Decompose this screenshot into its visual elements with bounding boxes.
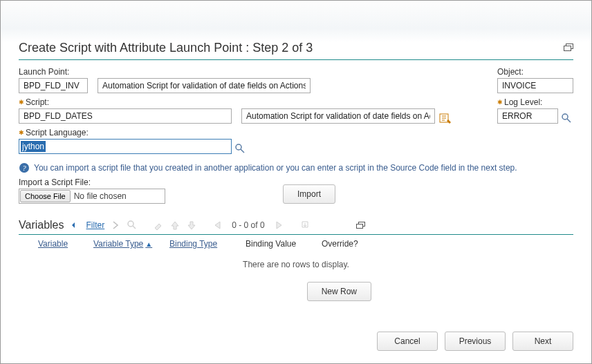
restore-window-icon[interactable] <box>564 44 573 50</box>
empty-table-message: There are no rows to display. <box>19 251 573 282</box>
page-prev-icon <box>212 220 223 231</box>
up-arrow-icon <box>169 220 181 231</box>
log-level-lookup-icon[interactable] <box>561 113 572 124</box>
choose-file-button[interactable]: Choose File <box>20 190 71 202</box>
cancel-button[interactable]: Cancel <box>377 332 438 351</box>
svg-point-3 <box>236 144 241 150</box>
object-label: Object: <box>497 67 573 77</box>
next-button[interactable]: Next <box>512 332 573 351</box>
page-next-icon <box>273 220 284 231</box>
svg-line-2 <box>567 119 571 122</box>
info-message: ? You can import a script file that you … <box>19 162 573 173</box>
dialog-title: Create Script with Attribute Launch Poin… <box>19 41 573 60</box>
script-language-field[interactable]: jython <box>19 139 232 154</box>
col-override: Override? <box>322 239 377 249</box>
table-restore-icon[interactable] <box>356 222 366 229</box>
detail-menu-icon[interactable] <box>439 113 452 125</box>
log-level-label: Log Level: <box>497 97 573 107</box>
info-icon: ? <box>19 162 30 173</box>
form-area: Launch Point: Object: Script: <box>19 67 573 301</box>
col-binding-type[interactable]: Binding Type <box>169 239 246 249</box>
col-binding-value: Binding Value <box>246 239 322 249</box>
import-button[interactable]: Import <box>283 184 335 204</box>
down-arrow-icon <box>186 220 197 231</box>
svg-line-8 <box>133 226 136 229</box>
launch-point-desc-field[interactable] <box>98 78 311 93</box>
clear-icon <box>153 220 164 231</box>
svg-point-7 <box>128 221 133 227</box>
new-row-button[interactable]: New Row <box>307 282 371 301</box>
launch-point-label: Launch Point: <box>19 67 88 77</box>
script-label: Script: <box>19 97 232 107</box>
script-language-lookup-icon[interactable] <box>234 143 246 154</box>
script-language-label: Script Language: <box>19 128 254 137</box>
search-icon <box>127 220 138 231</box>
variables-table-header: Variable Variable Type ▲ Binding Type Bi… <box>19 235 573 251</box>
import-file-label: Import a Script File: <box>19 178 165 187</box>
svg-text:?: ? <box>22 164 26 172</box>
variables-toolbar: Variables Filter <box>19 219 573 235</box>
script-language-value: jython <box>21 141 46 152</box>
filter-link[interactable]: Filter <box>86 220 105 230</box>
col-variable[interactable]: Variable <box>38 239 93 249</box>
sort-asc-icon: ▲ <box>145 240 152 248</box>
svg-line-4 <box>241 149 244 153</box>
launch-point-field[interactable] <box>19 78 88 93</box>
file-chooser[interactable]: Choose File No file chosen <box>19 189 165 204</box>
filter-toggle-icon[interactable] <box>70 220 81 231</box>
file-status-text: No file chosen <box>74 191 127 201</box>
pager-text: 0 - 0 of 0 <box>232 220 264 230</box>
download-icon <box>299 220 311 231</box>
previous-button[interactable]: Previous <box>445 332 506 351</box>
dialog-footer: Cancel Previous Next <box>377 332 573 351</box>
script-desc-field[interactable] <box>241 108 435 124</box>
wizard-dialog: Create Script with Attribute Launch Poin… <box>0 0 592 364</box>
variables-heading: Variables <box>19 219 64 231</box>
script-field[interactable] <box>19 108 232 124</box>
object-field[interactable] <box>497 78 573 93</box>
col-variable-type[interactable]: Variable Type ▲ <box>93 239 169 249</box>
chevron-right-icon <box>110 220 121 231</box>
svg-point-1 <box>562 114 568 119</box>
info-text: You can import a script file that you cr… <box>34 163 517 173</box>
log-level-field[interactable] <box>497 108 558 124</box>
